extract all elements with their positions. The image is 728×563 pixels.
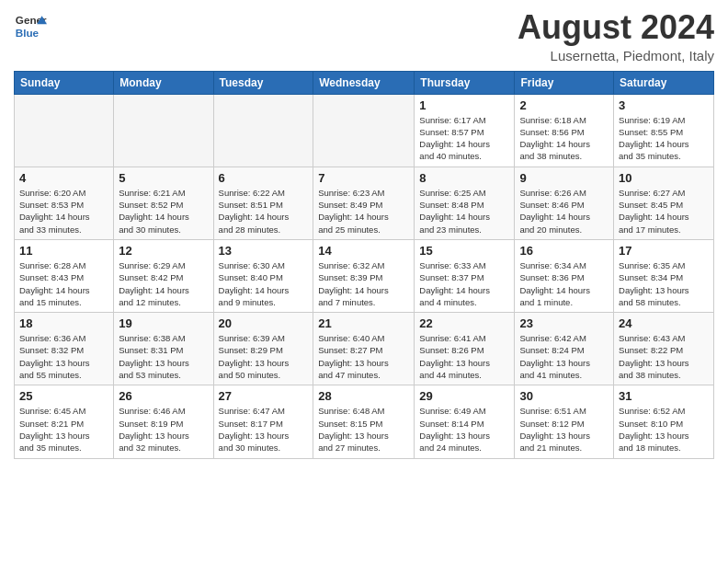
day-number: 1: [419, 98, 509, 112]
calendar-cell: 27Sunrise: 6:47 AMSunset: 8:17 PMDayligh…: [213, 385, 313, 458]
calendar-cell: 31Sunrise: 6:52 AMSunset: 8:10 PMDayligh…: [614, 385, 714, 458]
day-info: Sunrise: 6:47 AMSunset: 8:17 PMDaylight:…: [219, 405, 309, 454]
day-info: Sunrise: 6:26 AMSunset: 8:46 PMDaylight:…: [519, 187, 609, 236]
day-number: 26: [119, 389, 208, 403]
day-info: Sunrise: 6:38 AMSunset: 8:31 PMDaylight:…: [119, 332, 208, 381]
day-info: Sunrise: 6:36 AMSunset: 8:32 PMDaylight:…: [19, 332, 108, 381]
day-number: 15: [419, 244, 509, 258]
day-info: Sunrise: 6:42 AMSunset: 8:24 PMDaylight:…: [519, 332, 609, 381]
calendar-cell: 2Sunrise: 6:18 AMSunset: 8:56 PMDaylight…: [515, 94, 614, 167]
day-number: 25: [19, 389, 108, 403]
calendar-cell: 19Sunrise: 6:38 AMSunset: 8:31 PMDayligh…: [114, 313, 213, 385]
day-number: 5: [119, 171, 208, 185]
day-info: Sunrise: 6:17 AMSunset: 8:57 PMDaylight:…: [419, 114, 509, 163]
day-number: 3: [619, 98, 709, 112]
calendar-cell: 28Sunrise: 6:48 AMSunset: 8:15 PMDayligh…: [313, 385, 415, 458]
weekday-header-row: Sunday Monday Tuesday Wednesday Thursday…: [15, 71, 714, 94]
day-info: Sunrise: 6:22 AMSunset: 8:51 PMDaylight:…: [219, 187, 309, 236]
calendar-week-4: 18Sunrise: 6:36 AMSunset: 8:32 PMDayligh…: [15, 313, 714, 385]
day-number: 16: [519, 244, 609, 258]
calendar-cell: 21Sunrise: 6:40 AMSunset: 8:27 PMDayligh…: [313, 313, 415, 385]
day-number: 4: [19, 171, 108, 185]
day-info: Sunrise: 6:28 AMSunset: 8:43 PMDaylight:…: [19, 259, 108, 308]
day-info: Sunrise: 6:43 AMSunset: 8:22 PMDaylight:…: [619, 332, 709, 381]
day-info: Sunrise: 6:49 AMSunset: 8:14 PMDaylight:…: [419, 405, 509, 454]
day-number: 24: [619, 316, 709, 330]
header-sunday: Sunday: [15, 71, 114, 94]
day-info: Sunrise: 6:21 AMSunset: 8:52 PMDaylight:…: [119, 187, 208, 236]
calendar-cell: 26Sunrise: 6:46 AMSunset: 8:19 PMDayligh…: [114, 385, 213, 458]
day-info: Sunrise: 6:35 AMSunset: 8:34 PMDaylight:…: [619, 259, 709, 308]
calendar-week-2: 4Sunrise: 6:20 AMSunset: 8:53 PMDaylight…: [15, 167, 714, 239]
calendar-cell: 8Sunrise: 6:25 AMSunset: 8:48 PMDaylight…: [415, 167, 515, 239]
day-number: 27: [219, 389, 309, 403]
calendar-cell: 1Sunrise: 6:17 AMSunset: 8:57 PMDaylight…: [415, 94, 515, 167]
location: Lusernetta, Piedmont, Italy: [518, 48, 714, 63]
calendar-cell: 3Sunrise: 6:19 AMSunset: 8:55 PMDaylight…: [614, 94, 714, 167]
calendar-week-5: 25Sunrise: 6:45 AMSunset: 8:21 PMDayligh…: [15, 385, 714, 458]
day-number: 23: [519, 316, 609, 330]
calendar-cell: 29Sunrise: 6:49 AMSunset: 8:14 PMDayligh…: [415, 385, 515, 458]
header-monday: Monday: [114, 71, 213, 94]
calendar-cell: 30Sunrise: 6:51 AMSunset: 8:12 PMDayligh…: [515, 385, 614, 458]
calendar-week-1: 1Sunrise: 6:17 AMSunset: 8:57 PMDaylight…: [15, 94, 714, 167]
day-info: Sunrise: 6:25 AMSunset: 8:48 PMDaylight:…: [419, 187, 509, 236]
calendar-cell: 10Sunrise: 6:27 AMSunset: 8:45 PMDayligh…: [614, 167, 714, 239]
calendar-cell: [114, 94, 213, 167]
day-info: Sunrise: 6:18 AMSunset: 8:56 PMDaylight:…: [519, 114, 609, 163]
day-number: 28: [318, 389, 409, 403]
day-number: 30: [519, 389, 609, 403]
calendar-cell: 15Sunrise: 6:33 AMSunset: 8:37 PMDayligh…: [415, 239, 515, 312]
calendar-cell: [213, 94, 313, 167]
day-number: 12: [119, 244, 208, 258]
day-number: 7: [318, 171, 409, 185]
calendar-cell: 13Sunrise: 6:30 AMSunset: 8:40 PMDayligh…: [213, 239, 313, 312]
calendar-cell: 22Sunrise: 6:41 AMSunset: 8:26 PMDayligh…: [415, 313, 515, 385]
month-year: August 2024: [518, 9, 714, 46]
day-info: Sunrise: 6:52 AMSunset: 8:10 PMDaylight:…: [619, 405, 709, 454]
day-info: Sunrise: 6:27 AMSunset: 8:45 PMDaylight:…: [619, 187, 709, 236]
day-number: 21: [318, 316, 409, 330]
day-info: Sunrise: 6:51 AMSunset: 8:12 PMDaylight:…: [519, 405, 609, 454]
page: General Blue August 2024 Lusernetta, Pie…: [0, 0, 728, 563]
day-info: Sunrise: 6:20 AMSunset: 8:53 PMDaylight:…: [19, 187, 108, 236]
day-info: Sunrise: 6:40 AMSunset: 8:27 PMDaylight:…: [318, 332, 409, 381]
header-friday: Friday: [515, 71, 614, 94]
day-number: 11: [19, 244, 108, 258]
calendar-cell: [15, 94, 114, 167]
logo: General Blue: [14, 9, 47, 42]
calendar: Sunday Monday Tuesday Wednesday Thursday…: [14, 71, 714, 459]
calendar-cell: [313, 94, 415, 167]
calendar-cell: 25Sunrise: 6:45 AMSunset: 8:21 PMDayligh…: [15, 385, 114, 458]
day-info: Sunrise: 6:32 AMSunset: 8:39 PMDaylight:…: [318, 259, 409, 308]
header-thursday: Thursday: [415, 71, 515, 94]
calendar-cell: 6Sunrise: 6:22 AMSunset: 8:51 PMDaylight…: [213, 167, 313, 239]
header: General Blue August 2024 Lusernetta, Pie…: [14, 9, 714, 63]
day-number: 9: [519, 171, 609, 185]
day-info: Sunrise: 6:30 AMSunset: 8:40 PMDaylight:…: [219, 259, 309, 308]
day-info: Sunrise: 6:29 AMSunset: 8:42 PMDaylight:…: [119, 259, 208, 308]
calendar-cell: 5Sunrise: 6:21 AMSunset: 8:52 PMDaylight…: [114, 167, 213, 239]
day-info: Sunrise: 6:19 AMSunset: 8:55 PMDaylight:…: [619, 114, 709, 163]
calendar-cell: 14Sunrise: 6:32 AMSunset: 8:39 PMDayligh…: [313, 239, 415, 312]
header-saturday: Saturday: [614, 71, 714, 94]
calendar-cell: 11Sunrise: 6:28 AMSunset: 8:43 PMDayligh…: [15, 239, 114, 312]
day-info: Sunrise: 6:41 AMSunset: 8:26 PMDaylight:…: [419, 332, 509, 381]
day-info: Sunrise: 6:23 AMSunset: 8:49 PMDaylight:…: [318, 187, 409, 236]
day-info: Sunrise: 6:33 AMSunset: 8:37 PMDaylight:…: [419, 259, 509, 308]
day-number: 14: [318, 244, 409, 258]
calendar-cell: 23Sunrise: 6:42 AMSunset: 8:24 PMDayligh…: [515, 313, 614, 385]
logo-icon: General Blue: [14, 9, 47, 42]
day-info: Sunrise: 6:46 AMSunset: 8:19 PMDaylight:…: [119, 405, 208, 454]
day-info: Sunrise: 6:48 AMSunset: 8:15 PMDaylight:…: [318, 405, 409, 454]
calendar-cell: 24Sunrise: 6:43 AMSunset: 8:22 PMDayligh…: [614, 313, 714, 385]
day-number: 18: [19, 316, 108, 330]
day-number: 8: [419, 171, 509, 185]
day-info: Sunrise: 6:45 AMSunset: 8:21 PMDaylight:…: [19, 405, 108, 454]
day-number: 31: [619, 389, 709, 403]
day-number: 22: [419, 316, 509, 330]
day-number: 6: [219, 171, 309, 185]
calendar-cell: 9Sunrise: 6:26 AMSunset: 8:46 PMDaylight…: [515, 167, 614, 239]
day-number: 2: [519, 98, 609, 112]
day-number: 17: [619, 244, 709, 258]
